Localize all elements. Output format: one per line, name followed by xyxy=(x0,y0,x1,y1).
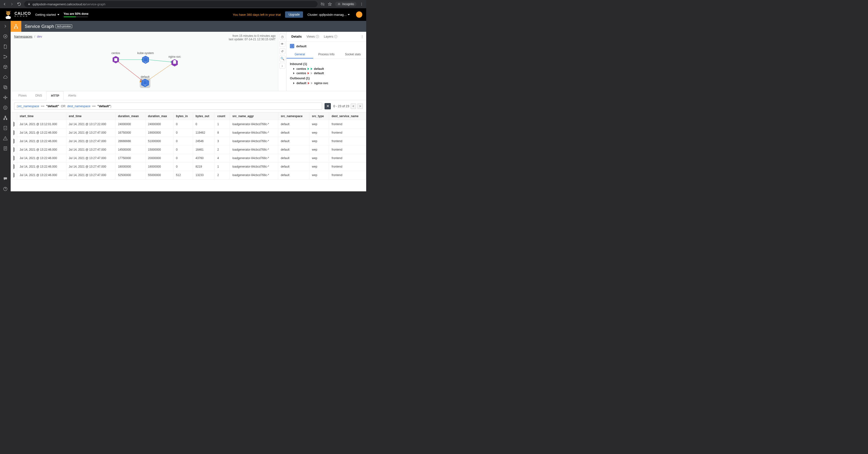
clear-filter-button[interactable]: ✕ xyxy=(324,103,331,109)
table-row[interactable]: Jul 14, 2021 @ 13:22:46.000Jul 14, 2021 … xyxy=(11,137,366,145)
col-end_time[interactable]: end_time xyxy=(66,113,116,120)
svg-line-30 xyxy=(148,60,172,62)
table-row[interactable]: Jul 14, 2021 @ 13:22:46.000Jul 14, 2021 … xyxy=(11,145,366,154)
reload-icon[interactable] xyxy=(17,2,21,6)
expand-row-button[interactable] xyxy=(11,163,17,171)
prev-page-button[interactable]: < xyxy=(351,104,356,109)
col-src_type[interactable]: src_type xyxy=(309,113,329,120)
cluster-selector[interactable]: Cluster: qq9psbdn-manag… xyxy=(307,13,350,17)
calico-logo-icon xyxy=(4,10,12,19)
outbound-row[interactable]: defaultnginx-svc xyxy=(290,81,363,85)
search-button[interactable]: 🔍 xyxy=(279,56,285,61)
policy-icon[interactable] xyxy=(3,44,8,49)
tab-flows[interactable]: Flows xyxy=(14,91,31,100)
branch-icon[interactable] xyxy=(3,54,8,59)
copy-icon[interactable] xyxy=(3,85,8,90)
report-icon[interactable] xyxy=(3,146,8,151)
node-kube-system[interactable]: ns kube-system xyxy=(137,51,154,64)
expand-row-button[interactable] xyxy=(11,171,17,179)
refresh-badge-icon[interactable] xyxy=(3,105,8,110)
col-duration_max[interactable]: duration_max xyxy=(146,113,174,120)
kebab-icon[interactable] xyxy=(360,2,364,6)
avatar[interactable] xyxy=(356,11,362,18)
outbound-header: Outbound (1) xyxy=(290,76,363,80)
expand-row-button[interactable] xyxy=(11,154,17,163)
col-bytes_in[interactable]: bytes_in xyxy=(174,113,193,120)
graph-toolbar: ◷ 👁 ↺ 🔍 › xyxy=(278,32,286,91)
subtab-general[interactable]: General xyxy=(286,51,313,58)
trial-text: You have 380 days left in your trial xyxy=(233,13,281,17)
subtab-process[interactable]: Process Info xyxy=(313,51,340,58)
inbound-row[interactable]: centosdefault xyxy=(290,71,363,76)
svg-text:ns: ns xyxy=(144,84,146,86)
table-row[interactable]: Jul 14, 2021 @ 13:22:46.000Jul 14, 2021 … xyxy=(11,129,366,137)
page-header: Service Graph tech-preview xyxy=(11,21,366,32)
node-centos[interactable]: centos xyxy=(112,51,120,63)
expand-row-button[interactable] xyxy=(11,137,17,145)
inbound-header: Inbound (1) xyxy=(290,62,363,66)
cloud-icon[interactable] xyxy=(3,75,8,80)
cube-icon[interactable] xyxy=(3,64,8,69)
lock-icon xyxy=(28,3,31,6)
col-dest_service_name[interactable]: dest_service_name xyxy=(329,113,366,120)
subtab-socket[interactable]: Socket stats xyxy=(340,51,366,58)
logo[interactable]: CALICO C L O U D xyxy=(4,10,31,19)
expand-row-button[interactable] xyxy=(11,129,17,137)
alert-icon[interactable] xyxy=(3,136,8,141)
tab-alerts[interactable]: Alerts xyxy=(64,91,81,100)
incognito-icon xyxy=(337,2,341,6)
tab-http[interactable]: HTTP xyxy=(46,91,64,100)
getting-started-menu[interactable]: Getting started xyxy=(35,13,59,17)
details-more-icon[interactable]: ⋮ xyxy=(361,35,364,38)
star-icon[interactable] xyxy=(328,2,332,6)
nodes-icon[interactable] xyxy=(3,95,8,100)
svg-rect-28 xyxy=(17,27,18,28)
last-update: last update: 07-14-21 12:30:15 GMT xyxy=(229,37,276,41)
table-row[interactable]: Jul 14, 2021 @ 13:22:46.000Jul 14, 2021 … xyxy=(11,171,366,179)
table-row[interactable]: Jul 14, 2021 @ 13:12:01.000Jul 14, 2021 … xyxy=(11,120,366,129)
expand-nav-icon[interactable] xyxy=(3,24,8,29)
history-button[interactable]: ◷ xyxy=(279,34,285,39)
col-start_time[interactable]: start_time xyxy=(17,113,66,120)
svg-point-1 xyxy=(338,4,339,5)
col-duration_mean[interactable]: duration_mean xyxy=(116,113,146,120)
crumb-root[interactable]: Namespaces xyxy=(14,35,32,38)
service-graph-icon[interactable] xyxy=(3,115,8,120)
compass-icon[interactable] xyxy=(3,34,8,39)
tab-layers[interactable]: Layers? xyxy=(321,35,340,38)
graph-canvas[interactable]: Namespaces / dev from 15 minutes to 0 mi… xyxy=(11,32,278,91)
inbound-row[interactable]: centosdefault xyxy=(290,67,363,71)
collapse-panel-button[interactable]: › xyxy=(279,63,285,68)
col-src_name_aggr[interactable]: src_name_aggr xyxy=(230,113,278,120)
col-bytes_out[interactable]: bytes_out xyxy=(193,113,215,120)
logo-text: CALICO xyxy=(14,12,31,15)
col-count[interactable]: count xyxy=(215,113,230,120)
url-bar[interactable]: qq9psbdn-management.calicocloud.io/servi… xyxy=(24,1,317,7)
table-row[interactable]: Jul 14, 2021 @ 13:22:46.000Jul 14, 2021 … xyxy=(11,163,366,171)
svg-point-5 xyxy=(361,5,362,5)
back-icon[interactable] xyxy=(2,2,7,6)
progress-indicator: You are 50% done xyxy=(64,12,88,17)
reset-button[interactable]: ↺ xyxy=(279,48,285,54)
eye-off-icon[interactable] xyxy=(320,2,325,6)
tab-views[interactable]: Views? xyxy=(304,35,321,38)
check-doc-icon[interactable] xyxy=(3,125,8,131)
node-nginx-svc[interactable]: svc nginx-svc xyxy=(168,55,181,66)
tab-details[interactable]: Details xyxy=(289,35,304,38)
chevron-down-icon xyxy=(57,14,59,15)
expand-row-button[interactable] xyxy=(11,145,17,154)
svg-text:!: ! xyxy=(141,80,141,82)
upgrade-button[interactable]: Upgrade xyxy=(285,11,303,18)
col-src_namespace[interactable]: src_namespace xyxy=(278,113,310,120)
visibility-button[interactable]: 👁 xyxy=(279,41,285,47)
filter-input[interactable]: (src_namespace == "default" OR dest_name… xyxy=(14,103,322,110)
help-icon[interactable] xyxy=(3,187,8,191)
forward-icon[interactable] xyxy=(10,2,14,6)
chat-icon[interactable] xyxy=(3,176,8,181)
node-default[interactable]: ns ! default xyxy=(140,75,150,88)
table-row[interactable]: Jul 14, 2021 @ 13:22:46.000Jul 14, 2021 … xyxy=(11,154,366,163)
next-page-button[interactable]: > xyxy=(358,104,363,109)
tab-dns[interactable]: DNS xyxy=(31,91,46,100)
nav-arrows xyxy=(2,2,21,6)
expand-row-button[interactable] xyxy=(11,120,17,129)
